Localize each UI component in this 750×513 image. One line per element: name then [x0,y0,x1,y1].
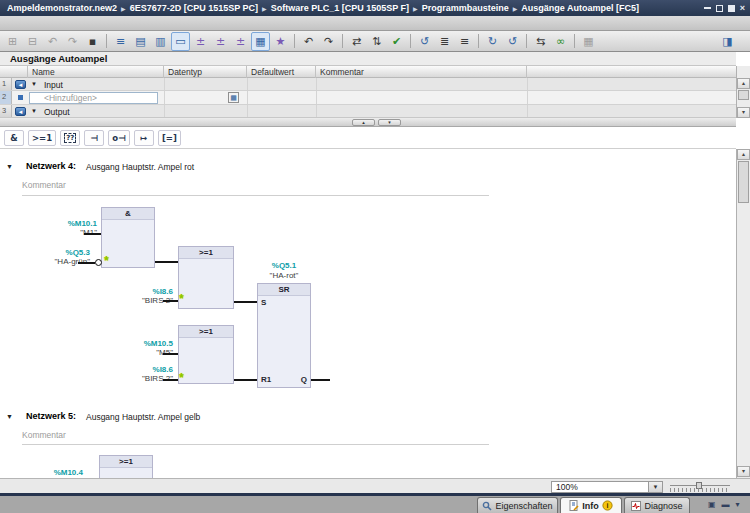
operand-name[interactable]: "HA-rot" [257,271,311,280]
and-box[interactable]: & [101,207,155,268]
operand-address[interactable]: %I8.6 [128,287,173,296]
operand-display-icon[interactable]: ± [191,32,210,51]
data-block-icon[interactable]: ▦ [579,32,598,51]
breadcrumb-item[interactable]: Software PLC_1 [CPU 1505SP F] [271,3,409,13]
go-to-definition-icon[interactable]: ↺ [415,32,434,51]
dock-icon[interactable] [728,5,735,12]
table-row-output[interactable]: 3 ◄ ▼ Output [0,105,736,118]
insert-network-icon[interactable]: ⊞ [3,32,22,51]
operand-address[interactable]: %M10.4 [38,468,83,477]
network4-collapse-icon[interactable]: ▼ [6,163,13,170]
refresh-icon[interactable]: ↻ [483,32,502,51]
negated-input-button[interactable]: o⊣ [108,130,130,146]
table-row-add[interactable]: 2 ▦ [0,91,736,105]
go-to-previous-error-icon[interactable]: ↶ [43,32,62,51]
add-variable-input[interactable] [29,92,158,104]
zoom-select[interactable]: 100% ▼ [551,481,663,493]
sr-pin-s[interactable]: S [261,298,266,307]
close-icon[interactable]: × [740,4,745,13]
network5-title[interactable]: Ausgang Hauptstr. Ampel gelb [86,412,200,422]
consistency-check-icon[interactable]: ✔ [387,32,406,51]
zoom-dropdown-icon[interactable]: ▼ [648,482,662,492]
update-block-call-icon[interactable]: ⇅ [367,32,386,51]
editor-scrollbar[interactable]: ▴ ▾ [736,149,750,478]
network4-comment[interactable]: Kommentar [22,180,66,190]
tab-diagnose[interactable]: Diagnose [624,497,690,513]
or-box[interactable]: >=1 [178,246,234,309]
program-editor[interactable]: ▼ Netzwerk 4: Ausgang Hauptstr. Ampel ro… [0,149,736,478]
zoom-slider[interactable] [670,481,730,493]
float-pane-icon[interactable]: ▣ [708,500,716,509]
go-to-next-error-icon[interactable]: ↷ [63,32,82,51]
redo-icon[interactable]: ↷ [319,32,338,51]
synchronize-icon[interactable]: ↺ [503,32,522,51]
minimize-icon[interactable] [704,7,711,9]
tab-eigenschaften[interactable]: Eigenschaften [477,497,558,513]
network5-label[interactable]: Netzwerk 5: [26,411,76,421]
pane-splitter[interactable]: ▴ ▾ [0,118,736,127]
editor-layout-icon[interactable]: ◨ [718,32,737,51]
call-environment-icon[interactable]: ⇄ [347,32,366,51]
breadcrumb-item[interactable]: Ampeldemonstrator.new2 [7,3,117,13]
collapse-networks-icon[interactable]: ▥ [151,32,170,51]
operand-address[interactable]: %M10.1 [50,219,97,228]
sr-pin-r1[interactable]: R1 [261,375,271,384]
section-label[interactable]: Input [44,80,63,90]
network4-title[interactable]: Ausgang Hauptstr. Ampel rot [86,162,194,172]
table-scrollbar-thumb[interactable] [738,90,749,100]
favorites-star-icon[interactable]: ★ [271,32,290,51]
collapse-triangle-icon[interactable]: ▼ [31,81,37,87]
branch-button[interactable]: ↦ [134,130,154,146]
network5-collapse-icon[interactable]: ▼ [6,413,13,420]
keep-layout-icon[interactable]: ▪ [83,32,102,51]
minimize-pane-icon[interactable]: ▬ [722,500,730,509]
negation-circle-icon[interactable] [95,259,102,266]
network-comments-toggle-icon[interactable]: ▭ [171,32,190,51]
scroll-up-icon[interactable]: ▴ [737,149,750,160]
editor-scrollbar-thumb[interactable] [738,161,749,203]
tag-info-display-icon[interactable]: ± [211,32,230,51]
symbolic-operands-icon[interactable]: ≡ [455,32,474,51]
breadcrumb-item[interactable]: Ausgänge Autoampel [FC5] [521,3,639,13]
splitter-down-icon[interactable]: ▾ [378,119,401,126]
header-datentyp[interactable]: Datentyp [164,66,247,78]
undo-icon[interactable]: ↶ [299,32,318,51]
operand-address[interactable]: %Q5.3 [42,248,90,257]
section-label[interactable]: Output [44,107,70,117]
table-scrollbar[interactable]: ▴ ▾ [736,66,750,118]
open-branch-button[interactable]: ⊣ [84,130,104,146]
header-kommentar[interactable]: Kommentar [316,66,527,78]
or-box-button[interactable]: >=1 [28,130,56,146]
tag-comment-display-icon[interactable]: ± [231,32,250,51]
assignment-button[interactable]: [=] [158,130,181,146]
or-box[interactable]: >=1 [99,455,153,478]
collapse-pane-icon[interactable]: ▾ [736,500,740,509]
restore-icon[interactable] [716,5,723,12]
table-row-input[interactable]: 1 ◄ ▼ Input [0,78,736,91]
scroll-up-icon[interactable]: ▴ [737,78,750,89]
collapse-triangle-icon[interactable]: ▼ [31,108,37,114]
scroll-down-icon[interactable]: ▾ [737,107,750,118]
operand-address[interactable]: %M10.5 [128,339,173,348]
or-box[interactable]: >=1 [178,325,234,384]
cross-references-icon[interactable]: ⇆ [531,32,550,51]
tab-info[interactable]: Info i [560,497,622,513]
header-defaultwert[interactable]: Defaultwert [247,66,316,78]
breadcrumb-item[interactable]: 6ES7677-2D [CPU 1515SP PC] [130,3,258,13]
open-all-networks-icon[interactable]: ≡ [111,32,130,51]
sr-pin-q[interactable]: Q [285,375,307,384]
and-box-button[interactable]: & [4,130,24,146]
splitter-up-icon[interactable]: ▴ [352,119,375,126]
header-name[interactable]: Name [28,66,164,78]
network5-comment[interactable]: Kommentar [22,430,66,440]
network4-label[interactable]: Netzwerk 4: [26,161,76,171]
datatype-picker-button[interactable]: ▦ [228,92,239,103]
operand-address[interactable]: %Q5.1 [257,261,311,270]
close-all-networks-icon[interactable]: ▤ [131,32,150,51]
breadcrumb-item[interactable]: Programmbausteine [422,3,509,13]
empty-box-button[interactable]: ?? [60,130,80,146]
scroll-down-icon[interactable]: ▾ [737,466,750,477]
monitoring-glasses-icon[interactable]: ∞ [551,32,570,51]
favorites-toggle-icon[interactable]: ▦ [251,32,270,51]
operand-address[interactable]: %I8.6 [128,365,173,374]
